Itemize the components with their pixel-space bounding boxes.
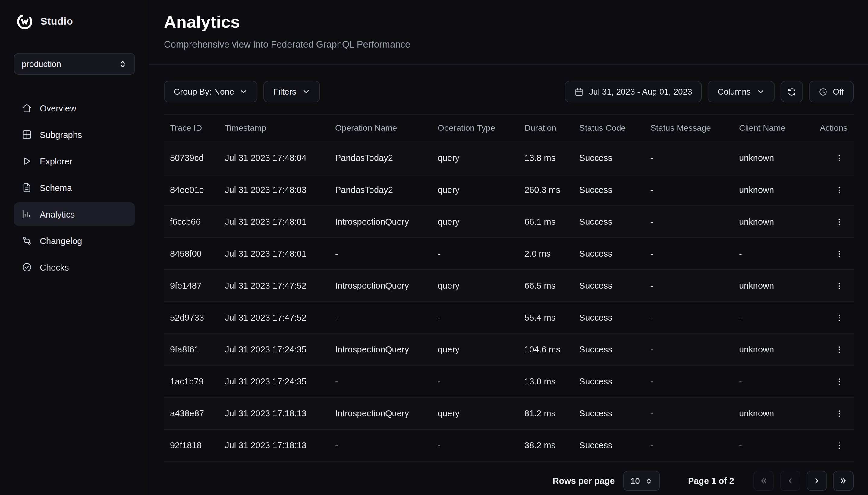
table-row[interactable]: 9fe1487 Jul 31 2023 17:47:52 Introspecti… [164, 270, 853, 302]
client-name-cell: unknown [733, 270, 808, 302]
grid-icon [22, 130, 32, 140]
actions-cell [808, 365, 853, 397]
operation-type-cell: query [431, 206, 518, 238]
environment-select[interactable]: production [14, 53, 135, 75]
table-row[interactable]: 50739cd Jul 31 2023 17:48:04 PandasToday… [164, 142, 853, 174]
status-message-cell: - [644, 174, 733, 206]
timestamp-cell: Jul 31 2023 17:48:03 [219, 174, 329, 206]
sidebar-item-analytics[interactable]: Analytics [14, 203, 135, 226]
table-body: 50739cd Jul 31 2023 17:48:04 PandasToday… [164, 142, 853, 461]
row-actions-button[interactable] [831, 405, 848, 422]
auto-refresh-label: Off [833, 87, 844, 97]
column-header-operation-type: Operation Type [431, 115, 518, 142]
actions-cell [808, 302, 853, 334]
filters-button[interactable]: Filters [264, 81, 320, 102]
status-message-cell: - [644, 365, 733, 397]
duration-cell: 13.8 ms [518, 142, 573, 174]
sidebar-item-changelog[interactable]: Changelog [14, 229, 135, 253]
status-message-cell: - [644, 302, 733, 334]
timestamp-cell: Jul 31 2023 17:48:01 [219, 206, 329, 238]
actions-cell [808, 238, 853, 270]
status-message-cell: - [644, 206, 733, 238]
row-actions-button[interactable] [831, 150, 848, 166]
home-icon [22, 103, 32, 113]
sidebar-item-subgraphs[interactable]: Subgraphs [14, 123, 135, 147]
row-actions-button[interactable] [831, 245, 848, 262]
status-code-cell: Success [573, 270, 644, 302]
group-by-button[interactable]: Group By: None [164, 81, 258, 102]
timestamp-cell: Jul 31 2023 17:24:35 [219, 365, 329, 397]
duration-cell: 66.1 ms [518, 206, 573, 238]
trace-id-cell: 9fa8f61 [164, 334, 219, 365]
previous-page-button[interactable] [780, 471, 800, 491]
sidebar-item-explorer[interactable]: Explorer [14, 150, 135, 173]
last-page-button[interactable] [833, 471, 853, 491]
status-message-cell: - [644, 334, 733, 365]
row-actions-button[interactable] [831, 213, 848, 230]
actions-cell [808, 429, 853, 461]
operation-name-cell: - [329, 365, 431, 397]
duration-cell: 13.0 ms [518, 365, 573, 397]
client-name-cell: - [733, 238, 808, 270]
column-header-status-code: Status Code [573, 115, 644, 142]
table-row[interactable]: 52d9733 Jul 31 2023 17:47:52 - - 55.4 ms… [164, 302, 853, 334]
status-message-cell: - [644, 270, 733, 302]
table-row[interactable]: a438e87 Jul 31 2023 17:18:13 Introspecti… [164, 397, 853, 429]
table-row[interactable]: 1ac1b79 Jul 31 2023 17:24:35 - - 13.0 ms… [164, 365, 853, 397]
table-row[interactable]: 8458f00 Jul 31 2023 17:48:01 - - 2.0 ms … [164, 238, 853, 270]
dots-vertical-icon [835, 313, 844, 322]
row-actions-button[interactable] [831, 437, 848, 454]
column-header-actions: Actions [808, 115, 853, 142]
operation-type-cell: query [431, 334, 518, 365]
chevron-down-icon [240, 87, 248, 96]
file-text-icon [22, 183, 32, 193]
dots-vertical-icon [835, 377, 844, 386]
sidebar-item-checks[interactable]: Checks [14, 255, 135, 279]
column-header-operation-name: Operation Name [329, 115, 431, 142]
operation-name-cell: IntrospectionQuery [329, 397, 431, 429]
dots-vertical-icon [835, 441, 844, 450]
rows-per-page-select[interactable]: 10 [623, 471, 660, 491]
status-code-cell: Success [573, 142, 644, 174]
chevrons-up-down-icon [645, 477, 653, 485]
row-actions-button[interactable] [831, 373, 848, 390]
date-range-button[interactable]: Jul 31, 2023 - Aug 01, 2023 [565, 81, 702, 102]
table-row[interactable]: 84ee01e Jul 31 2023 17:48:03 PandasToday… [164, 174, 853, 206]
sidebar-item-schema[interactable]: Schema [14, 176, 135, 200]
timestamp-cell: Jul 31 2023 17:24:35 [219, 334, 329, 365]
refresh-button[interactable] [780, 81, 803, 102]
sidebar-item-label: Explorer [40, 156, 72, 166]
table-header-row: Trace ID Timestamp Operation Name Operat… [164, 115, 853, 142]
status-code-cell: Success [573, 334, 644, 365]
sidebar-item-overview[interactable]: Overview [14, 97, 135, 120]
auto-refresh-button[interactable]: Off [809, 81, 853, 102]
operation-name-cell: - [329, 238, 431, 270]
trace-id-cell: f6ccb66 [164, 206, 219, 238]
operation-name-cell: PandasToday2 [329, 174, 431, 206]
next-page-button[interactable] [806, 471, 827, 491]
dots-vertical-icon [835, 217, 844, 226]
operation-type-cell: query [431, 174, 518, 206]
timestamp-cell: Jul 31 2023 17:47:52 [219, 270, 329, 302]
table-row[interactable]: 9fa8f61 Jul 31 2023 17:24:35 Introspecti… [164, 334, 853, 365]
duration-cell: 55.4 ms [518, 302, 573, 334]
first-page-button[interactable] [753, 471, 774, 491]
row-actions-button[interactable] [831, 309, 848, 326]
table-row[interactable]: 92f1818 Jul 31 2023 17:18:13 - - 38.2 ms… [164, 429, 853, 461]
clock-icon [818, 87, 827, 96]
check-circle-icon [22, 262, 32, 272]
duration-cell: 260.3 ms [518, 174, 573, 206]
trace-id-cell: 92f1818 [164, 429, 219, 461]
home-logo-link[interactable]: Studio [14, 11, 135, 31]
column-header-trace-id: Trace ID [164, 115, 219, 142]
operation-name-cell: IntrospectionQuery [329, 334, 431, 365]
row-actions-button[interactable] [831, 277, 848, 294]
page-header: Analytics Comprehensive view into Federa… [150, 0, 868, 65]
row-actions-button[interactable] [831, 341, 848, 358]
columns-button[interactable]: Columns [708, 81, 775, 102]
column-header-status-message: Status Message [644, 115, 733, 142]
operation-type-cell: - [431, 365, 518, 397]
trace-id-cell: 50739cd [164, 142, 219, 174]
table-row[interactable]: f6ccb66 Jul 31 2023 17:48:01 Introspecti… [164, 206, 853, 238]
row-actions-button[interactable] [831, 181, 848, 198]
